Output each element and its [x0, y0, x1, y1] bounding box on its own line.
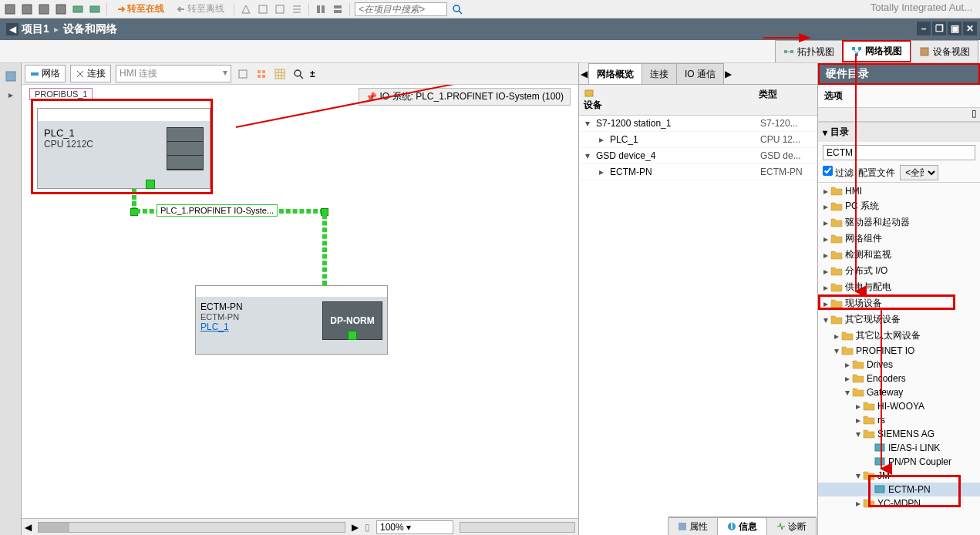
go-online-button[interactable]: 转至在线: [112, 1, 169, 17]
hscroll-thumb[interactable]: [39, 523, 69, 532]
expander[interactable]: ▸: [821, 266, 830, 277]
expander[interactable]: ▾: [585, 150, 593, 161]
scroll-split[interactable]: ▯: [365, 522, 370, 533]
overview-row[interactable]: ▾GSD device_4GSD de...: [579, 148, 817, 164]
expander[interactable]: ▸: [821, 282, 830, 293]
minimize-button[interactable]: –: [917, 22, 931, 35]
catalog-node[interactable]: ▸现场设备: [818, 295, 980, 311]
go-offline-button[interactable]: 转至离线: [172, 1, 229, 17]
expander[interactable]: ▸: [821, 186, 830, 197]
catalog-node[interactable]: ▸供电与配电: [818, 279, 980, 295]
catalog-options[interactable]: 选项: [818, 85, 980, 108]
catalog-node[interactable]: ▸YC-MDPN: [818, 496, 980, 510]
expander[interactable]: ▸: [821, 250, 830, 261]
catalog-node[interactable]: ▸PC 系统: [818, 198, 980, 214]
search-icon[interactable]: [450, 2, 464, 16]
overview-row[interactable]: ▸PLC_1CPU 12...: [579, 132, 817, 148]
catalog-node[interactable]: ▾SIEMENS AG: [818, 427, 980, 441]
sidebar-expand[interactable]: ▸: [8, 89, 13, 100]
tab-network[interactable]: 网络视图: [842, 40, 911, 62]
expander[interactable]: ▾: [585, 118, 593, 129]
expander[interactable]: ▸: [843, 373, 852, 384]
expander[interactable]: ▾: [854, 470, 863, 481]
tab-connections[interactable]: 连接: [642, 63, 677, 84]
filter-checkbox[interactable]: 过滤: [823, 166, 854, 180]
ct-icon-1[interactable]: [236, 67, 250, 81]
tb-icon-2[interactable]: [20, 2, 34, 16]
expander[interactable]: ▾: [843, 387, 852, 398]
expander[interactable]: ▸: [832, 331, 841, 342]
catalog-node[interactable]: ▾PROFINET IO: [818, 344, 980, 358]
expander[interactable]: ▸: [599, 167, 607, 177]
catalog-search-input[interactable]: [823, 145, 975, 160]
sidebar-icon-1[interactable]: [4, 69, 18, 83]
tab-properties[interactable]: 属性: [668, 517, 718, 535]
restore-button[interactable]: ❐: [932, 22, 946, 35]
connection-label[interactable]: PLC_1.PROFINET IO-Syste...: [157, 204, 278, 217]
tab-device[interactable]: 设备视图: [911, 40, 978, 62]
catalog-node[interactable]: ▸HMI: [818, 184, 980, 198]
profile-select[interactable]: <全部>: [900, 165, 938, 180]
tab-io-comm[interactable]: IO 通信: [676, 63, 724, 84]
catalog-node[interactable]: ▾Gateway: [818, 385, 980, 399]
tb-icon-6[interactable]: [88, 2, 102, 16]
catalog-section-head[interactable]: ▾ 目录: [818, 123, 980, 142]
expander[interactable]: ▸: [599, 134, 607, 145]
network-canvas[interactable]: PROFIBUS_1 📌 IO 系统: PLC_1.PROFINET IO-Sy…: [22, 85, 578, 518]
catalog-node[interactable]: ▸HI-WOOYA: [818, 399, 980, 413]
expander[interactable]: ▸: [821, 234, 830, 244]
io-system-label[interactable]: 📌 IO 系统: PLC_1.PROFINET IO-System (100): [359, 88, 571, 106]
tb-icon-1[interactable]: [3, 2, 17, 16]
tab-scroll-left[interactable]: ◀: [579, 63, 588, 84]
catalog-node[interactable]: ▸其它以太网设备: [818, 328, 980, 344]
expander[interactable]: ▸: [821, 201, 830, 212]
breadcrumb-back[interactable]: ◀: [6, 23, 19, 35]
scroll-right[interactable]: ▶: [352, 522, 359, 533]
catalog-node[interactable]: ▾其它现场设备: [818, 311, 980, 328]
tb-icon-7[interactable]: [239, 2, 253, 16]
plc-port[interactable]: [146, 180, 155, 189]
catalog-node[interactable]: ▸检测和监视: [818, 247, 980, 263]
catalog-node[interactable]: ECTM-PN: [818, 483, 980, 496]
hscroll-track[interactable]: [38, 522, 345, 533]
catalog-node[interactable]: ▸rs: [818, 413, 980, 427]
zoom-select[interactable]: 100% ▾: [376, 520, 453, 534]
overview-row[interactable]: ▾S7-1200 station_1S7-120...: [579, 116, 817, 132]
expander[interactable]: ▸: [854, 415, 863, 426]
tab-topology[interactable]: 拓扑视图: [775, 40, 843, 62]
tb-icon-4[interactable]: [54, 2, 68, 16]
catalog-node[interactable]: ▾JM: [818, 469, 980, 483]
ectm-port[interactable]: [348, 331, 357, 340]
expander[interactable]: ▸: [843, 359, 852, 370]
tab-overview[interactable]: 网络概览: [588, 63, 642, 84]
tb-icon-8[interactable]: [256, 2, 270, 16]
tb-icon-12[interactable]: [331, 2, 345, 16]
zoom-icon[interactable]: [291, 67, 305, 81]
expander[interactable]: ▾: [821, 315, 830, 325]
catalog-node[interactable]: ▸驱动器和起动器: [818, 214, 980, 230]
scroll-left[interactable]: ◀: [25, 522, 32, 533]
profibus-label[interactable]: PROFIBUS_1: [29, 88, 93, 100]
ct-icon-2[interactable]: [254, 67, 268, 81]
overview-row[interactable]: ▸ECTM-PNECTM-PN: [579, 164, 817, 180]
tb-icon-10[interactable]: [290, 2, 304, 16]
tab-diagnostics[interactable]: 诊断: [766, 517, 817, 535]
ectm-device-block[interactable]: ECTM-PN ECTM-PN PLC_1 DP-NORM: [195, 285, 388, 355]
breadcrumb-project[interactable]: 项目1: [22, 22, 49, 36]
tb-icon-3[interactable]: [37, 2, 51, 16]
hmi-dropdown[interactable]: HMI 连接▾: [116, 65, 231, 82]
ct-icon-3[interactable]: [273, 67, 287, 81]
expander[interactable]: ▾: [854, 429, 863, 439]
catalog-node[interactable]: PN/PN Coupler: [818, 455, 980, 469]
tb-icon-5[interactable]: [71, 2, 85, 16]
plc-device-block[interactable]: PLC_1 CPU 1212C: [37, 108, 210, 189]
tab-info[interactable]: i信息: [717, 517, 767, 535]
catalog-node[interactable]: ▸网络组件: [818, 230, 980, 247]
catalog-node[interactable]: ▸分布式 I/O: [818, 263, 980, 279]
zoom-slider[interactable]: [460, 522, 575, 533]
expander[interactable]: ▸: [854, 401, 863, 412]
maximize-button[interactable]: ▣: [948, 22, 961, 35]
catalog-collapse-icon[interactable]: ▯: [972, 108, 977, 121]
expander[interactable]: ▸: [821, 217, 830, 228]
ectm-link[interactable]: PLC_1: [200, 321, 322, 332]
